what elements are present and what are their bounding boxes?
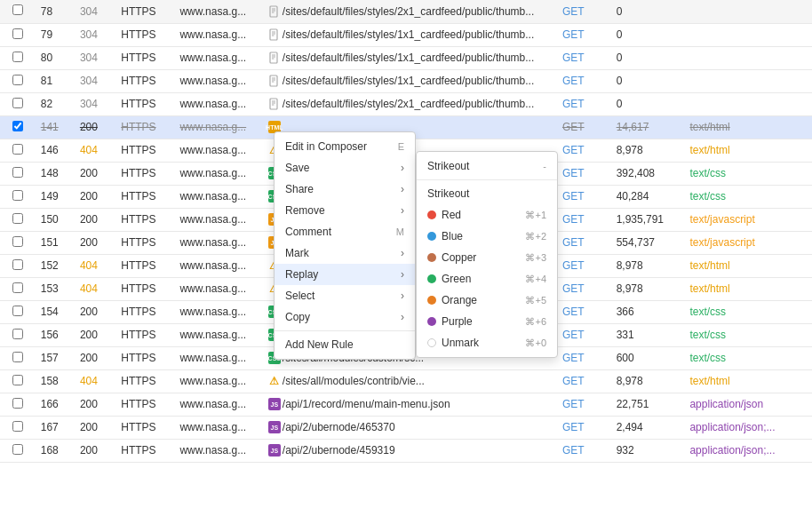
row-checkbox-cell[interactable] <box>0 231 36 254</box>
row-checkbox[interactable] <box>12 259 23 270</box>
row-size: 392,408 <box>611 162 685 185</box>
row-proto: HTTPS <box>115 69 174 92</box>
row-type: text/html <box>684 139 812 162</box>
table-row[interactable]: 158 404 HTTPS www.nasa.g... ⚠ /sites/all… <box>0 369 812 393</box>
menu-item-select[interactable]: Select › <box>275 285 415 306</box>
row-proto: HTTPS <box>115 300 174 323</box>
row-status: 200 <box>75 115 115 139</box>
row-checkbox[interactable] <box>12 352 23 362</box>
submenu-item[interactable]: Strikeout <box>417 183 557 204</box>
row-checkbox[interactable] <box>12 236 23 247</box>
row-checkbox[interactable] <box>12 167 23 178</box>
menu-item-remove[interactable]: Remove › <box>275 200 415 221</box>
row-checkbox[interactable] <box>12 398 23 409</box>
table-row[interactable]: 82 304 HTTPS www.nasa.g... /sites/defaul… <box>0 92 812 115</box>
row-path: JS /api/2/ubernode/459319 <box>263 439 557 462</box>
row-checkbox[interactable] <box>12 28 23 39</box>
submenu-item[interactable]: Purple ⌘+6 <box>417 311 557 332</box>
menu-item-save[interactable]: Save › <box>275 157 415 179</box>
row-checkbox-cell[interactable] <box>0 393 36 416</box>
row-type: text/css <box>684 323 812 346</box>
row-id: 157 <box>36 346 75 369</box>
menu-item-replay[interactable]: Replay › <box>275 264 415 285</box>
table-row[interactable]: 79 304 HTTPS www.nasa.g... /sites/defaul… <box>0 23 812 46</box>
submenu-item[interactable]: Red ⌘+1 <box>417 204 557 226</box>
submenu-item[interactable]: Blue ⌘+2 <box>417 226 557 247</box>
row-icon: JS <box>268 421 281 433</box>
row-proto: HTTPS <box>115 323 174 346</box>
row-status: 304 <box>75 92 115 115</box>
row-checkbox[interactable] <box>12 213 23 224</box>
row-status: 404 <box>75 139 115 162</box>
row-checkbox[interactable] <box>12 52 23 62</box>
row-status: 200 <box>75 162 115 185</box>
table-row[interactable]: 81 304 HTTPS www.nasa.g... /sites/defaul… <box>0 69 812 92</box>
row-size: 8,978 <box>611 277 685 300</box>
row-type: text/html <box>684 254 812 277</box>
row-checkbox[interactable] <box>12 4 23 15</box>
color-dot <box>427 317 436 326</box>
menu-item-edit-in-composer[interactable]: Edit in Composer E <box>275 136 415 157</box>
row-method: GET <box>557 69 611 92</box>
submenu-item[interactable]: Orange ⌘+5 <box>417 290 557 311</box>
row-checkbox[interactable] <box>12 75 23 85</box>
row-size: 22,751 <box>611 393 685 416</box>
row-id: 166 <box>36 393 75 416</box>
menu-item-add-new-rule[interactable]: Add New Rule <box>275 334 415 355</box>
row-checkbox[interactable] <box>12 98 23 108</box>
row-checkbox-cell[interactable] <box>0 277 36 300</box>
row-checkbox-cell[interactable] <box>0 139 36 162</box>
row-host: www.nasa.g... <box>174 323 262 346</box>
row-checkbox[interactable] <box>12 375 23 385</box>
row-checkbox-cell[interactable] <box>0 23 36 46</box>
menu-item-mark[interactable]: Mark › <box>275 242 415 264</box>
row-checkbox-cell[interactable] <box>0 369 36 393</box>
row-checkbox-cell[interactable] <box>0 0 36 23</box>
table-row[interactable]: 80 304 HTTPS www.nasa.g... /sites/defaul… <box>0 46 812 69</box>
row-checkbox[interactable] <box>12 444 23 455</box>
row-size: 8,978 <box>611 139 685 162</box>
table-row[interactable]: 166 200 HTTPS www.nasa.g... JS /api/1/re… <box>0 393 812 416</box>
menu-item-share[interactable]: Share › <box>275 179 415 200</box>
submenu-item[interactable]: Green ⌘+4 <box>417 268 557 290</box>
row-status: 200 <box>75 416 115 439</box>
row-checkbox-cell[interactable] <box>0 416 36 439</box>
row-checkbox[interactable] <box>12 144 23 155</box>
row-host: www.nasa.g... <box>174 185 262 208</box>
row-status: 200 <box>75 300 115 323</box>
row-method: GET <box>557 323 611 346</box>
row-checkbox-cell[interactable] <box>0 115 36 139</box>
row-icon <box>268 28 281 41</box>
row-size: 331 <box>611 323 685 346</box>
row-checkbox-cell[interactable] <box>0 185 36 208</box>
row-id: 152 <box>36 254 75 277</box>
row-checkbox[interactable] <box>12 121 23 131</box>
table-row[interactable]: 78 304 HTTPS www.nasa.g... /sites/defaul… <box>0 0 812 23</box>
table-row[interactable]: 167 200 HTTPS www.nasa.g... JS /api/2/ub… <box>0 416 812 439</box>
row-checkbox-cell[interactable] <box>0 323 36 346</box>
row-checkbox[interactable] <box>12 190 23 201</box>
row-type: application/json;... <box>684 416 812 439</box>
row-checkbox-cell[interactable] <box>0 162 36 185</box>
row-checkbox[interactable] <box>12 282 23 293</box>
row-checkbox-cell[interactable] <box>0 46 36 69</box>
row-type: text/html <box>684 115 812 139</box>
row-host: www.nasa.g... <box>174 208 262 231</box>
table-row[interactable]: 168 200 HTTPS www.nasa.g... JS /api/2/ub… <box>0 439 812 462</box>
row-checkbox-cell[interactable] <box>0 439 36 462</box>
submenu-item[interactable]: Unmark ⌘+0 <box>417 332 557 353</box>
row-checkbox[interactable] <box>12 329 23 339</box>
row-checkbox-cell[interactable] <box>0 254 36 277</box>
row-checkbox-cell[interactable] <box>0 69 36 92</box>
submenu-item[interactable]: Copper ⌘+3 <box>417 247 557 268</box>
row-checkbox[interactable] <box>12 421 23 432</box>
row-id: 150 <box>36 208 75 231</box>
svg-rect-12 <box>270 75 277 86</box>
row-checkbox-cell[interactable] <box>0 300 36 323</box>
menu-item-copy[interactable]: Copy › <box>275 306 415 328</box>
menu-item-comment[interactable]: Comment M <box>275 221 415 242</box>
row-checkbox-cell[interactable] <box>0 346 36 369</box>
row-checkbox-cell[interactable] <box>0 92 36 115</box>
row-checkbox-cell[interactable] <box>0 208 36 231</box>
row-checkbox[interactable] <box>12 306 23 316</box>
